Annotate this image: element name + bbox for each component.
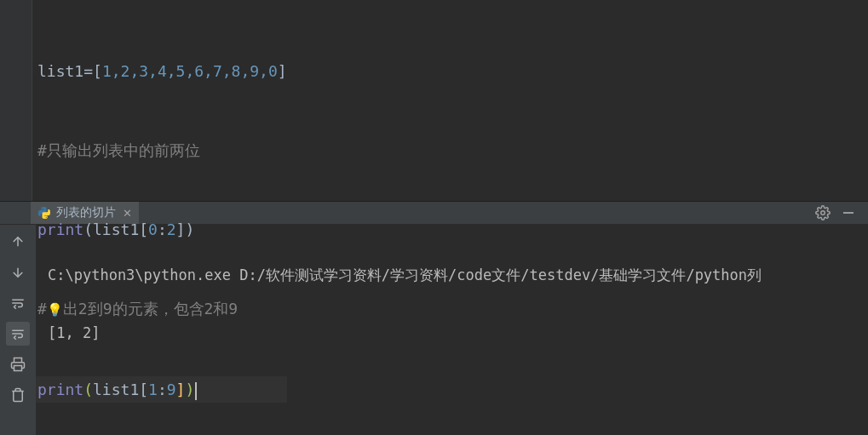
paren-close: ) (185, 220, 194, 238)
variable-name: list1 (37, 62, 83, 80)
console-output[interactable]: C:\python3\python.exe D:/软件测试学习资料/学习资料/c… (36, 225, 762, 435)
slice-end: 2 (167, 220, 176, 238)
bracket-open: [ (139, 220, 148, 238)
comment-text: 出2到9的元素，包含2和9 (63, 300, 238, 318)
code-editor[interactable]: list1=[1,2,3,4,5,6,7,8,9,0] #只输出列表中的前两位 … (0, 0, 868, 201)
hash: # (37, 300, 47, 318)
slice-end: 9 (167, 381, 176, 398)
svg-rect-5 (14, 366, 22, 371)
equals-op: = (83, 62, 93, 80)
svg-point-0 (821, 211, 825, 215)
print-fn: print (37, 220, 83, 238)
tool-window-body: C:\python3\python.exe D:/软件测试学习资料/学习资料/c… (0, 225, 868, 435)
code-line[interactable]: print(list1[0:2]) (36, 216, 287, 243)
delete-button[interactable] (6, 383, 30, 407)
bracket-close: ] (278, 62, 287, 80)
scroll-up-button[interactable] (6, 230, 30, 254)
scroll-to-end-button[interactable] (6, 322, 30, 346)
code-line[interactable]: #💡出2到9的元素，包含2和9 (36, 295, 287, 323)
slice-colon: : (158, 381, 167, 398)
slice-colon: : (158, 220, 167, 238)
paren-close: ) (185, 381, 194, 398)
lightbulb-icon[interactable]: 💡 (47, 297, 63, 323)
scroll-down-button[interactable] (6, 260, 30, 284)
variable-ref: list1 (93, 381, 139, 398)
paren-open: ( (83, 220, 93, 238)
soft-wrap-button[interactable] (6, 291, 30, 315)
paren-open: ( (83, 381, 93, 398)
code-line[interactable]: list1=[1,2,3,4,5,6,7,8,9,0] (36, 58, 287, 84)
bracket-close: ] (176, 381, 186, 398)
editor-gutter (0, 0, 32, 201)
console-command: C:\python3\python.exe D:/软件测试学习资料/学习资料/c… (48, 260, 762, 289)
print-button[interactable] (6, 352, 30, 376)
code-line-active[interactable]: print(list1[1:9]) (36, 376, 287, 403)
gear-icon[interactable] (810, 205, 836, 220)
bracket-close: ] (176, 220, 186, 238)
text-cursor (195, 382, 197, 400)
bracket-open: [ (139, 381, 148, 398)
code-content[interactable]: list1=[1,2,3,4,5,6,7,8,9,0] #只输出列表中的前两位 … (32, 0, 287, 201)
slice-start: 0 (148, 220, 158, 238)
list-values: 1,2,3,4,5,6,7,8,9,0 (102, 62, 278, 80)
bracket-open: [ (93, 62, 102, 80)
run-toolbar (0, 225, 36, 435)
comment-text: #只输出列表中的前两位 (37, 141, 200, 159)
print-fn: print (37, 381, 83, 398)
variable-ref: list1 (93, 220, 139, 238)
minimize-icon[interactable] (836, 205, 861, 220)
slice-start: 1 (148, 381, 158, 398)
code-line[interactable]: #只输出列表中的前两位 (36, 137, 287, 163)
